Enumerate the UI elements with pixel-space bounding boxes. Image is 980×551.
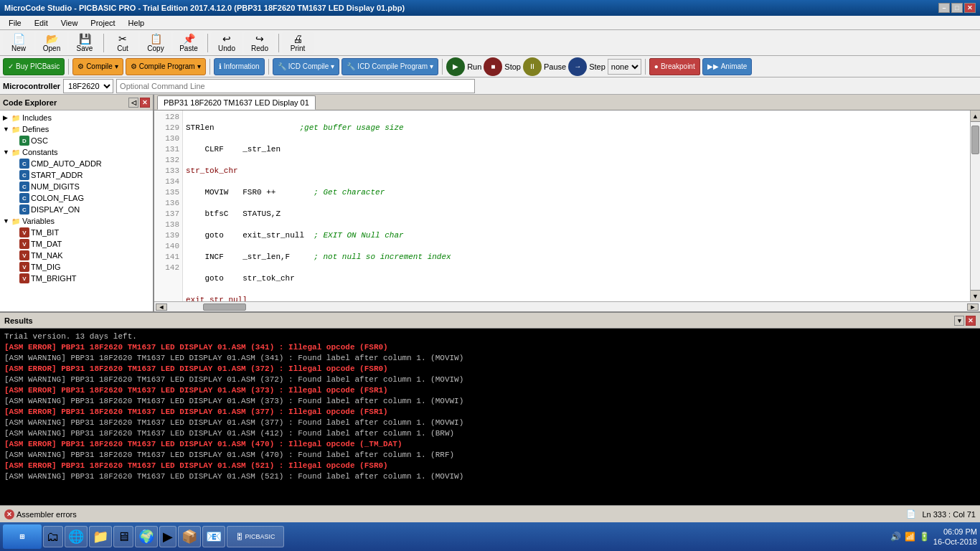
- sidebar-item-colon-flag[interactable]: C COLON_FLAG: [9, 192, 153, 204]
- results-dropdown-button[interactable]: ▾: [954, 316, 964, 326]
- menu-view[interactable]: View: [55, 17, 84, 29]
- horiz-scroll-thumb[interactable]: [203, 303, 246, 311]
- scroll-track[interactable]: [971, 122, 980, 290]
- scroll-down-button[interactable]: ▼: [971, 290, 980, 301]
- toolbar-separator-1: [103, 34, 104, 52]
- sidebar-item-cmd-auto-addr[interactable]: C CMD_AUTO_ADDR: [9, 158, 153, 169]
- expand-constants-icon: ▼: [3, 149, 10, 156]
- save-button[interactable]: 💾 Save: [69, 32, 100, 54]
- code-line: MOVIW FSR0 ++ ; Get character: [186, 187, 967, 198]
- start-button[interactable]: ⊞: [3, 524, 42, 549]
- icd-compile-program-dropdown-arrow[interactable]: ▾: [430, 62, 433, 70]
- run-button[interactable]: ▶: [446, 57, 465, 76]
- results-close-button[interactable]: ✕: [966, 316, 976, 326]
- scroll-up-button[interactable]: ▲: [971, 110, 980, 122]
- mcu-select[interactable]: 18F2620: [63, 79, 113, 93]
- taskbar-app-explorer[interactable]: 🗂: [43, 526, 63, 547]
- taskbar-microcode-app[interactable]: 🎛 PICBASIC: [227, 526, 284, 547]
- compile-dropdown-arrow[interactable]: ▾: [115, 62, 118, 70]
- results-content[interactable]: Trial version. 13 days left. [ASM ERROR]…: [0, 329, 980, 505]
- speaker-icon[interactable]: 🔊: [890, 531, 902, 542]
- code-line: goto str_tok_chr: [186, 273, 967, 284]
- sidebar-item-tm-nak[interactable]: V TM_NAK: [9, 250, 153, 261]
- paste-button[interactable]: 📌 Paste: [173, 32, 204, 54]
- sidebar-close-button[interactable]: ✕: [140, 98, 150, 108]
- horiz-scroll-track[interactable]: [167, 303, 967, 311]
- animate-button[interactable]: ▶▶ Animate: [702, 58, 753, 75]
- taskbar-app-files[interactable]: 📁: [89, 526, 112, 547]
- icd-compile-program-button[interactable]: 🔧 ICD Compile Program ▾: [341, 58, 438, 75]
- horizontal-scrollbar[interactable]: ◄ ►: [154, 301, 980, 311]
- editor-tab[interactable]: PBP31 18F2620 TM1637 LED Display 01: [157, 95, 316, 110]
- icd-compile-button[interactable]: 🔧 ICD Compile ▾: [273, 58, 340, 75]
- information-button[interactable]: ℹ Information: [214, 58, 265, 75]
- code-line: str_tok_chr: [186, 166, 967, 176]
- compile-program-icon: ⚙: [131, 62, 137, 70]
- copy-icon: 📋: [150, 33, 162, 44]
- compile-button[interactable]: ⚙ Compile ▾: [72, 58, 123, 75]
- maximize-button[interactable]: □: [951, 3, 963, 13]
- new-button[interactable]: 📄 New: [3, 32, 34, 54]
- open-button[interactable]: 📂 Open: [36, 32, 67, 54]
- icd-compile-dropdown-arrow[interactable]: ▾: [331, 62, 334, 70]
- sidebar-item-start-addr[interactable]: C START_ADDR: [9, 169, 153, 181]
- sidebar-pin-button[interactable]: ◁: [128, 98, 138, 108]
- step-button[interactable]: →: [568, 57, 587, 76]
- menu-project[interactable]: Project: [85, 17, 121, 29]
- const-badge-numdigits: C: [19, 182, 29, 192]
- command-line-input[interactable]: [116, 79, 475, 93]
- scroll-thumb[interactable]: [971, 126, 979, 154]
- sidebar-item-defines[interactable]: ▼ 📁 Defines: [0, 123, 153, 135]
- compile-program-dropdown-arrow[interactable]: ▾: [197, 62, 201, 70]
- expand-defines-icon: ▼: [3, 126, 10, 133]
- sidebar-item-constants[interactable]: ▼ 📁 Constants: [0, 146, 153, 158]
- code-editor[interactable]: 1281291301311321331341351361371381391401…: [154, 110, 980, 301]
- sidebar-item-num-digits[interactable]: C NUM_DIGITS: [9, 181, 153, 192]
- pause-button[interactable]: ⏸: [523, 57, 542, 76]
- taskbar-app-computer[interactable]: 🖥: [113, 526, 133, 547]
- print-button[interactable]: 🖨 Print: [282, 32, 314, 54]
- mcu-label: Microcontroller: [3, 82, 60, 90]
- sidebar-item-tm-bit[interactable]: V TM_BIT: [9, 227, 153, 238]
- breakpoint-button[interactable]: ● Breakpoint: [649, 58, 700, 75]
- folder-defines-icon: 📁: [11, 124, 21, 134]
- vertical-scrollbar[interactable]: ▲ ▼: [970, 110, 980, 301]
- icd-compile-program-icon: 🔧: [347, 62, 355, 70]
- code-content[interactable]: STRlen ;get buffer usage size CLRF _str_…: [183, 110, 970, 301]
- compile-program-button[interactable]: ⚙ Compile Program ▾: [126, 58, 206, 75]
- titlebar: MicroCode Studio - PICBASIC PRO - Trial …: [0, 0, 980, 16]
- scroll-left-button[interactable]: ◄: [156, 303, 167, 311]
- menu-edit[interactable]: Edit: [29, 17, 54, 29]
- taskbar-app-package[interactable]: 📦: [178, 526, 201, 547]
- menu-file[interactable]: File: [3, 17, 27, 29]
- taskbar-app-media[interactable]: ▶: [159, 526, 176, 547]
- action-separator-4: [442, 59, 443, 75]
- stop-button[interactable]: ■: [484, 57, 502, 76]
- scroll-right-button[interactable]: ►: [967, 303, 979, 311]
- undo-button[interactable]: ↩ Undo: [211, 32, 242, 54]
- battery-icon[interactable]: 🔋: [919, 531, 930, 542]
- taskbar-app-email[interactable]: 📧: [202, 526, 225, 547]
- sidebar-item-tm-dig[interactable]: V TM_DIG: [9, 261, 153, 273]
- cut-button[interactable]: ✂ Cut: [107, 32, 138, 54]
- action-separator-2: [209, 59, 210, 75]
- sidebar-item-includes[interactable]: ▶ 📁 Includes: [0, 112, 153, 123]
- sidebar-item-variables[interactable]: ▼ 📁 Variables: [0, 215, 153, 227]
- system-clock[interactable]: 06:09 PM 16-Oct-2018: [933, 527, 977, 547]
- menu-help[interactable]: Help: [123, 17, 151, 29]
- results-panel: Results ▾ ✕ Trial version. 13 days left.…: [0, 311, 980, 505]
- redo-button[interactable]: ↪ Redo: [244, 32, 275, 54]
- taskbar-app-internet[interactable]: 🌍: [135, 526, 158, 547]
- taskbar-app-browser[interactable]: 🌐: [65, 526, 88, 547]
- sidebar-item-tm-dat[interactable]: V TM_DAT: [9, 238, 153, 250]
- none-select[interactable]: none: [608, 59, 641, 75]
- network-icon[interactable]: 📶: [905, 531, 916, 542]
- editor-area: PBP31 18F2620 TM1637 LED Display 01 1281…: [154, 95, 980, 311]
- sidebar-item-display-on[interactable]: C DISPLAY_ON: [9, 204, 153, 215]
- copy-button[interactable]: 📋 Copy: [140, 32, 171, 54]
- sidebar-item-osc[interactable]: D OSC: [9, 135, 153, 146]
- minimize-button[interactable]: –: [938, 3, 950, 13]
- close-button[interactable]: ✕: [964, 3, 976, 13]
- buy-picbasic-button[interactable]: ✓ Buy PICBasic: [3, 58, 65, 75]
- sidebar-item-tm-bright[interactable]: V TM_BRIGHT: [9, 273, 153, 284]
